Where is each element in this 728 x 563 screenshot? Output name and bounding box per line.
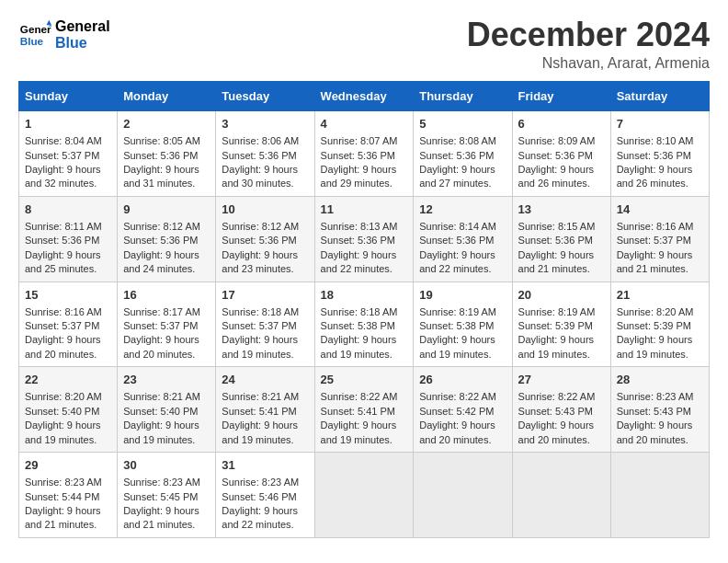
- daylight-text: Daylight: 9 hours and 24 minutes.: [123, 249, 199, 274]
- day-number: 10: [222, 201, 308, 218]
- calendar-week-row: 29Sunrise: 8:23 AMSunset: 5:44 PMDayligh…: [19, 453, 710, 538]
- sunrise-text: Sunrise: 8:22 AM: [321, 391, 398, 402]
- title-block: December 2024 Nshavan, Ararat, Armenia: [467, 18, 710, 72]
- calendar-cell: 21Sunrise: 8:20 AMSunset: 5:39 PMDayligh…: [610, 282, 709, 367]
- sunrise-text: Sunrise: 8:11 AM: [25, 221, 102, 232]
- sunset-text: Sunset: 5:36 PM: [123, 150, 198, 161]
- weekday-header-sunday: Sunday: [19, 82, 118, 111]
- day-number: 16: [123, 287, 210, 304]
- daylight-text: Daylight: 9 hours and 21 minutes.: [617, 249, 693, 274]
- day-number: 19: [419, 287, 506, 304]
- daylight-text: Daylight: 9 hours and 20 minutes.: [617, 419, 693, 444]
- calendar-cell: 15Sunrise: 8:16 AMSunset: 5:37 PMDayligh…: [19, 282, 118, 367]
- sunset-text: Sunset: 5:38 PM: [321, 320, 395, 331]
- calendar-cell: [610, 453, 709, 538]
- day-number: 31: [222, 457, 308, 474]
- sunrise-text: Sunrise: 8:09 AM: [518, 135, 596, 146]
- calendar-cell: 29Sunrise: 8:23 AMSunset: 5:44 PMDayligh…: [19, 453, 118, 538]
- day-number: 13: [518, 201, 605, 218]
- daylight-text: Daylight: 9 hours and 27 minutes.: [419, 164, 495, 189]
- weekday-header-monday: Monday: [118, 82, 216, 111]
- day-number: 5: [419, 116, 506, 132]
- logo-icon: General Blue: [18, 18, 51, 52]
- daylight-text: Daylight: 9 hours and 25 minutes.: [25, 249, 101, 274]
- day-number: 11: [321, 201, 408, 218]
- sunrise-text: Sunrise: 8:23 AM: [617, 391, 694, 402]
- day-number: 1: [25, 116, 111, 132]
- sunset-text: Sunset: 5:37 PM: [123, 320, 198, 331]
- daylight-text: Daylight: 9 hours and 21 minutes.: [25, 505, 101, 530]
- sunrise-text: Sunrise: 8:23 AM: [25, 477, 102, 488]
- calendar-cell: 20Sunrise: 8:19 AMSunset: 5:39 PMDayligh…: [512, 282, 610, 367]
- sunset-text: Sunset: 5:36 PM: [222, 235, 296, 246]
- daylight-text: Daylight: 9 hours and 19 minutes.: [419, 334, 495, 359]
- daylight-text: Daylight: 9 hours and 19 minutes.: [123, 419, 199, 444]
- calendar-cell: 23Sunrise: 8:21 AMSunset: 5:40 PMDayligh…: [118, 367, 216, 453]
- calendar-cell: 25Sunrise: 8:22 AMSunset: 5:41 PMDayligh…: [314, 367, 414, 453]
- sunset-text: Sunset: 5:39 PM: [518, 320, 593, 331]
- calendar-cell: 3Sunrise: 8:06 AMSunset: 5:36 PMDaylight…: [216, 111, 314, 197]
- day-number: 29: [25, 457, 111, 474]
- sunset-text: Sunset: 5:41 PM: [321, 406, 395, 417]
- sunset-text: Sunset: 5:41 PM: [222, 406, 296, 417]
- day-number: 25: [321, 372, 408, 388]
- sunrise-text: Sunrise: 8:04 AM: [25, 135, 102, 146]
- daylight-text: Daylight: 9 hours and 19 minutes.: [518, 334, 595, 359]
- sunrise-text: Sunrise: 8:22 AM: [518, 391, 596, 402]
- daylight-text: Daylight: 9 hours and 19 minutes.: [617, 334, 693, 359]
- sunset-text: Sunset: 5:36 PM: [617, 150, 691, 161]
- weekday-header-row: SundayMondayTuesdayWednesdayThursdayFrid…: [19, 82, 710, 111]
- calendar-cell: 26Sunrise: 8:22 AMSunset: 5:42 PMDayligh…: [414, 367, 512, 453]
- calendar-cell: 16Sunrise: 8:17 AMSunset: 5:37 PMDayligh…: [118, 282, 216, 367]
- calendar-cell: 22Sunrise: 8:20 AMSunset: 5:40 PMDayligh…: [19, 367, 118, 453]
- day-number: 4: [321, 116, 408, 132]
- sunrise-text: Sunrise: 8:15 AM: [518, 221, 596, 232]
- daylight-text: Daylight: 9 hours and 19 minutes.: [321, 334, 397, 359]
- sunset-text: Sunset: 5:36 PM: [518, 235, 593, 246]
- daylight-text: Daylight: 9 hours and 22 minutes.: [321, 249, 397, 274]
- sunrise-text: Sunrise: 8:18 AM: [321, 306, 398, 317]
- day-number: 12: [419, 201, 506, 218]
- calendar-cell: 10Sunrise: 8:12 AMSunset: 5:36 PMDayligh…: [216, 196, 314, 282]
- sunset-text: Sunset: 5:44 PM: [25, 491, 99, 502]
- day-number: 24: [222, 372, 308, 388]
- header: General Blue General Blue December 2024 …: [18, 18, 710, 72]
- day-number: 20: [518, 287, 605, 304]
- calendar-cell: [414, 453, 512, 538]
- sunrise-text: Sunrise: 8:19 AM: [518, 306, 596, 317]
- daylight-text: Daylight: 9 hours and 19 minutes.: [222, 419, 298, 444]
- daylight-text: Daylight: 9 hours and 20 minutes.: [518, 419, 595, 444]
- sunset-text: Sunset: 5:36 PM: [419, 150, 494, 161]
- calendar-cell: 30Sunrise: 8:23 AMSunset: 5:45 PMDayligh…: [118, 453, 216, 538]
- month-title: December 2024: [467, 18, 710, 52]
- sunrise-text: Sunrise: 8:05 AM: [123, 135, 200, 146]
- sunset-text: Sunset: 5:36 PM: [25, 235, 99, 246]
- logo-blue: Blue: [55, 35, 110, 52]
- calendar-cell: 13Sunrise: 8:15 AMSunset: 5:36 PMDayligh…: [512, 196, 610, 282]
- sunrise-text: Sunrise: 8:20 AM: [25, 391, 102, 402]
- calendar-cell: 31Sunrise: 8:23 AMSunset: 5:46 PMDayligh…: [216, 453, 314, 538]
- sunrise-text: Sunrise: 8:18 AM: [222, 306, 299, 317]
- sunrise-text: Sunrise: 8:19 AM: [419, 306, 496, 317]
- calendar-cell: 5Sunrise: 8:08 AMSunset: 5:36 PMDaylight…: [414, 111, 512, 197]
- sunset-text: Sunset: 5:36 PM: [518, 150, 593, 161]
- calendar-cell: 8Sunrise: 8:11 AMSunset: 5:36 PMDaylight…: [19, 196, 118, 282]
- weekday-header-saturday: Saturday: [610, 82, 709, 111]
- sunrise-text: Sunrise: 8:17 AM: [123, 306, 200, 317]
- calendar-body: 1Sunrise: 8:04 AMSunset: 5:37 PMDaylight…: [19, 111, 710, 538]
- day-number: 17: [222, 287, 308, 304]
- sunrise-text: Sunrise: 8:13 AM: [321, 221, 398, 232]
- sunrise-text: Sunrise: 8:16 AM: [617, 221, 694, 232]
- daylight-text: Daylight: 9 hours and 20 minutes.: [123, 334, 199, 359]
- day-number: 8: [25, 201, 111, 218]
- day-number: 18: [321, 287, 408, 304]
- sunrise-text: Sunrise: 8:10 AM: [617, 135, 694, 146]
- sunrise-text: Sunrise: 8:07 AM: [321, 135, 398, 146]
- calendar-cell: 18Sunrise: 8:18 AMSunset: 5:38 PMDayligh…: [314, 282, 414, 367]
- calendar-cell: 11Sunrise: 8:13 AMSunset: 5:36 PMDayligh…: [314, 196, 414, 282]
- sunset-text: Sunset: 5:37 PM: [25, 150, 99, 161]
- weekday-header-thursday: Thursday: [414, 82, 512, 111]
- daylight-text: Daylight: 9 hours and 20 minutes.: [419, 419, 495, 444]
- calendar-cell: 2Sunrise: 8:05 AMSunset: 5:36 PMDaylight…: [118, 111, 216, 197]
- location-title: Nshavan, Ararat, Armenia: [467, 55, 710, 72]
